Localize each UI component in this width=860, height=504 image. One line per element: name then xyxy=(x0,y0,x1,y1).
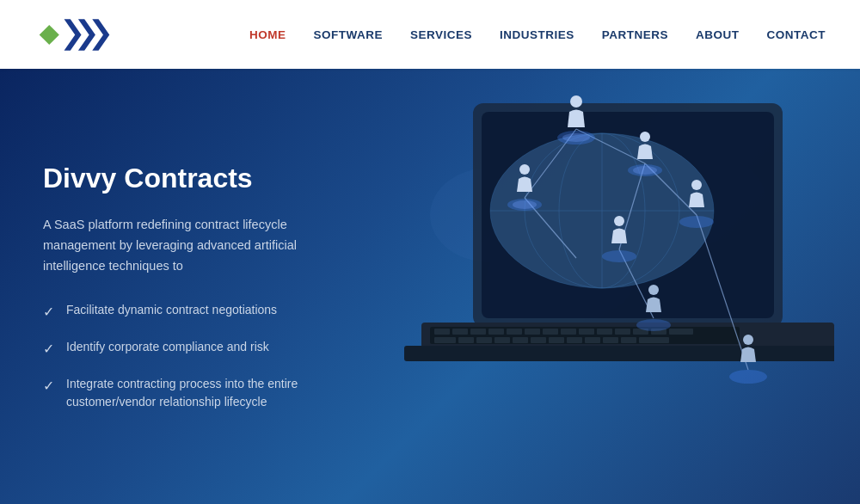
svg-rect-44 xyxy=(603,337,618,343)
svg-point-69 xyxy=(743,335,753,345)
svg-rect-25 xyxy=(507,329,522,335)
hero-illustration xyxy=(353,77,834,456)
svg-rect-40 xyxy=(531,337,546,343)
svg-rect-28 xyxy=(561,329,576,335)
check-icon: ✓ xyxy=(43,339,54,360)
list-item: ✓ Identify corporate compliance and risk xyxy=(43,338,353,360)
svg-rect-41 xyxy=(549,337,564,343)
list-item: ✓ Integrate contracting process into the… xyxy=(43,375,353,411)
svg-point-65 xyxy=(640,132,650,142)
svg-point-70 xyxy=(648,285,659,295)
svg-rect-36 xyxy=(458,337,474,343)
list-item-text: Facilitate dynamic contract negotiations xyxy=(66,301,277,319)
svg-rect-19 xyxy=(404,346,834,361)
svg-rect-26 xyxy=(525,329,540,335)
svg-rect-39 xyxy=(513,337,528,343)
svg-rect-46 xyxy=(639,337,669,343)
svg-rect-0 xyxy=(40,25,59,45)
svg-marker-1 xyxy=(64,19,82,50)
check-icon: ✓ xyxy=(43,376,54,396)
svg-rect-21 xyxy=(434,329,450,335)
svg-point-59 xyxy=(513,200,537,209)
svg-rect-43 xyxy=(585,337,600,343)
list-item: ✓ Facilitate dynamic contract negotiatio… xyxy=(43,301,353,323)
nav-partners[interactable]: PARTNERS xyxy=(602,28,668,41)
svg-point-63 xyxy=(636,319,671,331)
hero-title: Divvy Contracts xyxy=(43,162,353,194)
hero-description: A SaaS platform redefining contract life… xyxy=(43,215,353,277)
svg-rect-27 xyxy=(543,329,558,335)
svg-rect-35 xyxy=(434,337,456,343)
svg-rect-23 xyxy=(470,329,486,335)
nav-software[interactable]: SOFTWARE xyxy=(313,28,383,41)
svg-point-55 xyxy=(562,133,590,142)
nav-industries[interactable]: INDUSTRIES xyxy=(500,28,574,41)
svg-rect-31 xyxy=(615,329,630,335)
nav-about[interactable]: ABOUT xyxy=(696,28,740,41)
svg-point-61 xyxy=(602,250,636,262)
svg-rect-45 xyxy=(621,337,636,343)
hero-content: Divvy Contracts A SaaS platform redefini… xyxy=(0,110,396,463)
svg-rect-42 xyxy=(567,337,582,343)
site-header: HOME SOFTWARE SERVICES INDUSTRIES PARTNE… xyxy=(0,0,860,69)
hero-section: Divvy Contracts A SaaS platform redefini… xyxy=(0,69,860,504)
nav-contact[interactable]: CONTACT xyxy=(767,28,826,41)
svg-rect-24 xyxy=(488,329,504,335)
main-nav: HOME SOFTWARE SERVICES INDUSTRIES PARTNE… xyxy=(249,28,826,41)
svg-point-60 xyxy=(679,216,714,228)
svg-rect-34 xyxy=(669,329,693,335)
nav-home[interactable]: HOME xyxy=(249,28,286,41)
list-item-text: Identify corporate compliance and risk xyxy=(66,338,269,356)
nav-services[interactable]: SERVICES xyxy=(410,28,472,41)
svg-point-68 xyxy=(614,216,624,226)
svg-point-66 xyxy=(691,180,702,190)
logo[interactable] xyxy=(34,13,159,56)
svg-rect-38 xyxy=(494,337,510,343)
svg-rect-30 xyxy=(597,329,612,335)
svg-rect-37 xyxy=(476,337,492,343)
svg-rect-22 xyxy=(452,329,468,335)
svg-point-57 xyxy=(633,166,657,175)
svg-point-62 xyxy=(729,370,767,384)
svg-point-64 xyxy=(570,95,582,108)
check-icon: ✓ xyxy=(43,302,54,323)
list-item-text: Integrate contracting process into the e… xyxy=(66,375,353,411)
svg-point-67 xyxy=(519,164,530,175)
svg-rect-29 xyxy=(579,329,594,335)
hero-feature-list: ✓ Facilitate dynamic contract negotiatio… xyxy=(43,301,353,411)
